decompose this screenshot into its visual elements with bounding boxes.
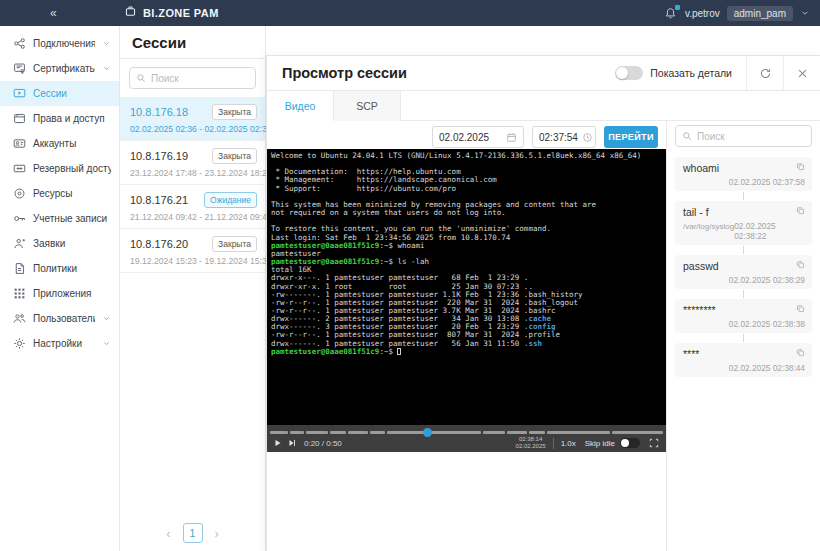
pagination-next-icon[interactable]: ›	[215, 527, 219, 540]
playback-speed[interactable]: 1.0x	[561, 439, 576, 448]
progress-segment[interactable]	[270, 431, 288, 434]
sidebar-item[interactable]: Политики	[0, 256, 119, 281]
show-details-label: Показать детали	[650, 67, 732, 79]
chevron-down-icon[interactable]	[102, 39, 111, 48]
command-card[interactable]: tail - f/var/log/syslog02.02.2025 02:38:…	[675, 201, 812, 245]
pagination-page-button[interactable]: 1	[183, 523, 203, 543]
progress-segment[interactable]	[483, 431, 505, 434]
command-text: ****	[683, 348, 699, 360]
skip-idle-toggle[interactable]	[620, 438, 640, 448]
calendar-icon[interactable]	[506, 132, 517, 143]
time-value: 02:37:54	[539, 132, 578, 143]
session-list-item[interactable]: 10.8.176.19Закрыта23.12.2024 17:48 - 23.…	[120, 141, 265, 185]
command-text: ********	[683, 304, 716, 316]
drawer-header: Просмотр сессии Показать детали	[267, 56, 820, 91]
pagination-prev-icon[interactable]: ‹	[166, 527, 170, 540]
sidebar-item[interactable]: Учетные записи	[0, 206, 119, 231]
sidebar-item[interactable]: Права и доступ	[0, 106, 119, 131]
users-groups-icon	[13, 312, 26, 325]
sessions-icon	[13, 87, 26, 100]
progress-segment[interactable]	[348, 431, 368, 434]
user-role-chip[interactable]: admin_pam	[727, 6, 793, 21]
sidebar-item[interactable]: Резервный доступ	[0, 156, 119, 181]
progress-segment[interactable]	[306, 431, 328, 434]
go-button[interactable]: ПЕРЕЙТИ	[604, 126, 658, 148]
history-refresh-button[interactable]	[746, 56, 783, 90]
sidebar-item[interactable]: Сертификаты	[0, 56, 119, 81]
progress-segment[interactable]	[612, 431, 663, 434]
session-status-badge: Закрыта	[212, 104, 257, 120]
copy-icon[interactable]	[796, 162, 805, 171]
sidebar-item[interactable]: Заявки	[0, 231, 119, 256]
command-card[interactable]: ********02.02.2025 02:38:38	[675, 299, 812, 333]
chevron-down-icon[interactable]	[102, 64, 111, 73]
credentials-icon	[13, 212, 26, 225]
commands-panel: whoami02.02.2025 02:37:58tail - f/var/lo…	[666, 121, 820, 551]
sessions-search-input[interactable]	[151, 73, 249, 84]
video-progress-bar[interactable]	[270, 428, 663, 436]
progress-segment[interactable]	[370, 431, 385, 434]
tab-video[interactable]: Видео	[267, 91, 334, 121]
copy-icon[interactable]	[796, 304, 805, 313]
user-menu-chevron-down-icon[interactable]	[800, 4, 810, 22]
session-list-item[interactable]: 10.8.176.18Закрыта02.02.2025 02:36 - 02.…	[120, 97, 265, 141]
time-field[interactable]: 02:37:54	[532, 126, 596, 148]
play-icon[interactable]	[274, 439, 282, 447]
notifications-bell-icon[interactable]	[664, 6, 678, 20]
copy-icon[interactable]	[796, 206, 805, 215]
progress-segment[interactable]	[387, 431, 481, 434]
step-forward-icon[interactable]	[288, 439, 296, 447]
session-ip: 10.8.176.21	[130, 194, 188, 206]
session-list-item[interactable]: 10.8.176.20Закрыта19.12.2024 15:23 - 19.…	[120, 229, 265, 273]
progress-segment[interactable]	[529, 431, 545, 434]
progress-segment[interactable]	[330, 431, 346, 434]
clock-icon[interactable]	[582, 132, 593, 143]
tab-scp[interactable]: SCP	[334, 91, 401, 121]
sidebar-item-label: Права и доступ	[33, 113, 111, 124]
progress-segment[interactable]	[507, 431, 527, 434]
command-connector	[743, 246, 744, 254]
playback-toolbar: 02.02.2025 02:37:54 ПЕРЕЙТИ	[267, 121, 666, 149]
command-timestamp: 02.02.2025 02:37:58	[729, 177, 805, 187]
session-list-item[interactable]: 10.8.176.21Ожидание21.12.2024 09:42 - 21…	[120, 185, 265, 229]
date-value: 02.02.2025	[439, 132, 489, 143]
viewer-tabs: Видео SCP	[267, 91, 820, 121]
command-card[interactable]: passwd02.02.2025 02:38:29	[675, 255, 812, 289]
fullscreen-icon[interactable]	[649, 438, 659, 448]
user-name: v.petrov	[685, 8, 720, 19]
playhead-date: 02.02.2025	[516, 443, 546, 450]
chevron-down-icon[interactable]	[102, 339, 111, 348]
sidebar-item[interactable]: Подключения	[0, 31, 119, 56]
close-icon[interactable]	[783, 56, 820, 90]
copy-icon[interactable]	[796, 260, 805, 269]
notification-badge	[675, 5, 680, 10]
accounts-icon	[13, 137, 26, 150]
sidebar-item[interactable]: Настройки	[0, 331, 119, 356]
chevron-down-icon[interactable]	[102, 314, 111, 323]
terminal-line: Welcome to Ubuntu 24.04.1 LTS (GNU/Linux…	[271, 152, 662, 160]
command-card[interactable]: whoami02.02.2025 02:37:58	[675, 157, 812, 191]
progress-segment[interactable]	[547, 431, 610, 434]
sidebar-item[interactable]: Ресурсы	[0, 181, 119, 206]
playhead-time: 02:38:14	[519, 436, 542, 443]
commands-search-input[interactable]	[697, 131, 805, 142]
progress-segment[interactable]	[290, 431, 304, 434]
playhead-position: 02:38:14 02.02.2025	[516, 436, 546, 450]
command-timestamp: 02.02.2025 02:38:22	[734, 221, 805, 241]
backup-access-icon	[13, 162, 26, 175]
sidebar-item[interactable]: Приложения	[0, 281, 119, 306]
terminal-video-frame[interactable]: Welcome to Ubuntu 24.04.1 LTS (GNU/Linux…	[267, 149, 666, 425]
sidebar-item-label: Приложения	[33, 288, 111, 299]
session-viewer-drawer: Просмотр сессии Показать детали Видео SC…	[266, 55, 820, 551]
show-details-toggle[interactable]	[615, 66, 643, 80]
sidebar-item[interactable]: Аккаунты	[0, 131, 119, 156]
sidebar-collapse-button[interactable]: «	[50, 7, 64, 19]
sidebar-item[interactable]: Пользователи и гр...	[0, 306, 119, 331]
date-field[interactable]: 02.02.2025	[432, 126, 524, 148]
command-argument: /var/log/syslog	[683, 222, 734, 231]
session-period: 02.02.2025 02:36 - 02.02.2025 02:39	[130, 124, 257, 134]
sidebar-item[interactable]: Сессии	[0, 81, 119, 106]
command-card[interactable]: ****02.02.2025 02:38:44	[675, 343, 812, 377]
copy-icon[interactable]	[796, 348, 805, 357]
video-progress-handle[interactable]	[423, 428, 432, 437]
